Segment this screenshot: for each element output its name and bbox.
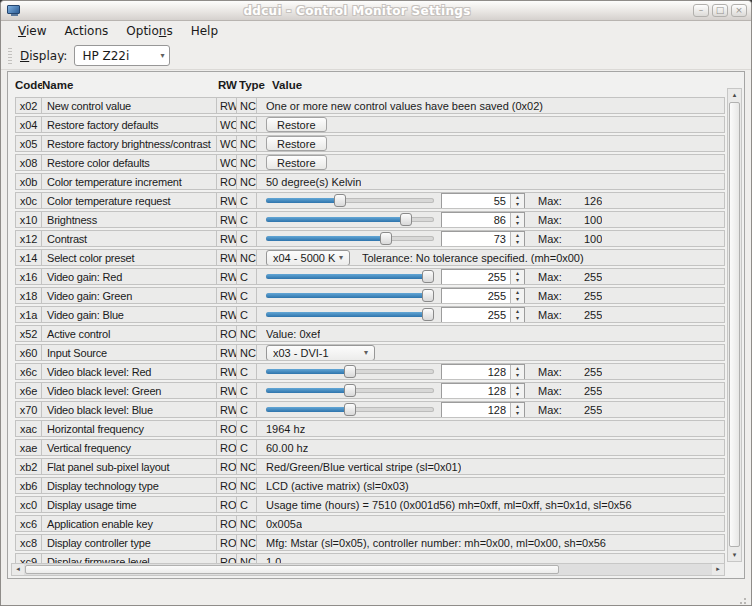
resize-grip[interactable] xyxy=(744,598,746,600)
slider-x10[interactable] xyxy=(266,212,434,227)
cell-rw: RO xyxy=(216,496,237,513)
horizontal-scrollbar[interactable]: ◂ ▸ xyxy=(11,563,725,576)
minimize-button[interactable]: – xyxy=(693,4,709,17)
spin-down-icon[interactable]: ▾ xyxy=(511,296,524,303)
value-text: Usage time (hours) = 7510 (0x001d56) mh=… xyxy=(266,499,632,511)
restore-button[interactable]: Restore xyxy=(266,136,327,151)
spinbox-x1a[interactable]: 255▴▾ xyxy=(441,307,525,323)
cell-type: C xyxy=(236,192,257,209)
cell-code: xc0 xyxy=(15,496,42,513)
vertical-scrollbar[interactable]: ▴ ▾ xyxy=(727,88,742,562)
color-preset-combobox[interactable]: x04 - 5000 K▾ xyxy=(266,250,350,266)
slider-handle[interactable] xyxy=(422,308,434,321)
cell-code: x52 xyxy=(15,325,42,342)
spinbox-x6c[interactable]: 128▴▾ xyxy=(441,364,525,380)
maximize-button[interactable]: □ xyxy=(712,4,728,17)
slider-handle[interactable] xyxy=(400,213,412,226)
spin-down-icon[interactable]: ▾ xyxy=(511,372,524,379)
cell-type: C xyxy=(236,420,257,437)
slider-handle[interactable] xyxy=(380,232,392,245)
table-header: CodeNameRWTypeValue xyxy=(8,72,744,97)
display-combobox[interactable]: HP Z22i ▾ xyxy=(74,45,170,66)
window-title: ddcui - Control Monitor Settings xyxy=(24,4,690,18)
slider-x18[interactable] xyxy=(266,288,434,303)
slider-handle[interactable] xyxy=(422,289,434,302)
spin-down-icon[interactable]: ▾ xyxy=(511,239,524,246)
spinbox-value: 128 xyxy=(442,384,510,398)
close-button[interactable]: × xyxy=(731,4,747,17)
slider-x0c[interactable] xyxy=(266,193,434,208)
input-source-combobox[interactable]: x03 - DVI-1▾ xyxy=(266,345,375,361)
slider-x16[interactable] xyxy=(266,269,434,284)
cell-code: xc9 xyxy=(15,553,42,563)
spinbox-x12[interactable]: 73▴▾ xyxy=(441,231,525,247)
display-label: Display: xyxy=(20,49,67,63)
slider-handle[interactable] xyxy=(344,365,356,378)
spin-up-icon[interactable]: ▴ xyxy=(511,289,524,296)
toolbar-grip-icon[interactable] xyxy=(8,48,12,64)
titlebar[interactable]: ddcui - Control Monitor Settings – □ × xyxy=(1,1,751,21)
menu-item-options[interactable]: Options xyxy=(117,22,181,41)
spin-up-icon[interactable]: ▴ xyxy=(511,384,524,391)
spin-up-icon[interactable]: ▴ xyxy=(511,403,524,410)
spin-down-icon[interactable]: ▾ xyxy=(511,410,524,417)
spin-up-icon[interactable]: ▴ xyxy=(511,213,524,220)
cell-name: Video gain: Green xyxy=(41,287,217,304)
scroll-right-icon[interactable]: ▸ xyxy=(712,564,724,575)
scroll-left-icon[interactable]: ◂ xyxy=(12,564,24,575)
cell-value: 50 degree(s) Kelvin xyxy=(256,173,725,190)
spinbox-x10[interactable]: 86▴▾ xyxy=(441,212,525,228)
menu-item-help[interactable]: Help xyxy=(182,22,227,41)
cell-code: xae xyxy=(15,439,42,456)
spinbox-x16[interactable]: 255▴▾ xyxy=(441,269,525,285)
cell-value: Restore xyxy=(256,154,725,171)
spinbox-x18[interactable]: 255▴▾ xyxy=(441,288,525,304)
cell-name: Display controller type xyxy=(41,534,217,551)
slider-handle[interactable] xyxy=(422,270,434,283)
spin-down-icon[interactable]: ▾ xyxy=(511,391,524,398)
vertical-scrollbar-thumb[interactable] xyxy=(729,102,740,547)
slider-handle[interactable] xyxy=(334,194,346,207)
spin-up-icon[interactable]: ▴ xyxy=(511,308,524,315)
scroll-down-icon[interactable]: ▾ xyxy=(728,549,741,561)
scroll-up-icon[interactable]: ▴ xyxy=(728,89,741,101)
menubar: ViewActionsOptionsHelp xyxy=(1,21,751,42)
table-row: x12ContrastRWC73▴▾Max:100 xyxy=(15,230,725,247)
slider-handle[interactable] xyxy=(344,384,356,397)
spinbox-x70[interactable]: 128▴▾ xyxy=(441,402,525,418)
cell-code: x08 xyxy=(15,154,42,171)
spin-down-icon[interactable]: ▾ xyxy=(511,220,524,227)
cell-name: Active control xyxy=(41,325,217,342)
color-preset-combobox-value: x04 - 5000 K xyxy=(273,252,337,264)
spin-down-icon[interactable]: ▾ xyxy=(511,315,524,322)
spinbox-x6e[interactable]: 128▴▾ xyxy=(441,383,525,399)
spinbox-x0c[interactable]: 55▴▾ xyxy=(441,193,525,209)
cell-rw: RO xyxy=(216,420,237,437)
cell-type: NC xyxy=(236,154,257,171)
cell-type: C xyxy=(236,230,257,247)
spin-down-icon[interactable]: ▾ xyxy=(511,277,524,284)
cell-type: C xyxy=(236,268,257,285)
restore-button[interactable]: Restore xyxy=(266,155,327,170)
menu-item-view[interactable]: View xyxy=(9,22,55,41)
menu-item-actions[interactable]: Actions xyxy=(55,22,117,41)
spin-down-icon[interactable]: ▾ xyxy=(511,201,524,208)
app-icon xyxy=(7,5,22,16)
spin-up-icon[interactable]: ▴ xyxy=(511,365,524,372)
slider-x70[interactable] xyxy=(266,402,434,417)
spin-up-icon[interactable]: ▴ xyxy=(511,232,524,239)
slider-x6e[interactable] xyxy=(266,383,434,398)
table-row: x0cColor temperature requestRWC55▴▾Max:1… xyxy=(15,192,725,209)
slider-x12[interactable] xyxy=(266,231,434,246)
max-label: Max: xyxy=(538,309,584,321)
spinbox-buttons: ▴▾ xyxy=(510,384,524,398)
spin-up-icon[interactable]: ▴ xyxy=(511,194,524,201)
cell-rw: RW xyxy=(216,363,237,380)
restore-button[interactable]: Restore xyxy=(266,117,327,132)
slider-x1a[interactable] xyxy=(266,307,434,322)
cell-value: 255▴▾Max:255 xyxy=(256,268,725,285)
horizontal-scrollbar-thumb[interactable] xyxy=(25,565,559,574)
spin-up-icon[interactable]: ▴ xyxy=(511,270,524,277)
slider-x6c[interactable] xyxy=(266,364,434,379)
slider-handle[interactable] xyxy=(344,403,356,416)
